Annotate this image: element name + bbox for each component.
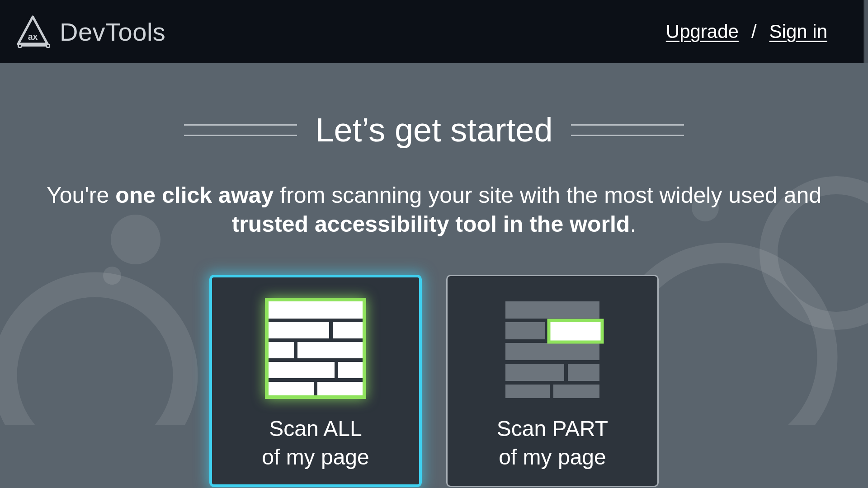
subtitle-text-end: . [630,211,636,237]
title-rule-right [571,124,684,136]
main-content: Let’s get started You're one click away … [0,63,868,488]
scan-all-line2: of my page [262,445,369,469]
nav-separator: / [751,21,757,42]
brand-logo: ax DevTools [16,14,165,50]
scan-part-label: Scan PART of my page [497,415,608,471]
scan-all-card[interactable]: Scan ALL of my page [209,275,422,487]
svg-rect-21 [505,343,599,360]
page-grid-partial-icon [501,295,604,401]
subtitle-text-mid: from scanning your site with the most wi… [274,183,821,208]
page-title: Let’s get started [315,111,552,149]
scan-part-line1: Scan PART [497,417,608,441]
svg-point-2 [47,44,50,47]
subtitle-bold1: one click away [115,183,274,208]
brand-name: DevTools [60,17,165,47]
page-subtitle: You're one click away from scanning your… [0,181,868,239]
app-header: ax DevTools Upgrade / Sign in [0,0,868,63]
scan-all-label: Scan ALL of my page [262,415,369,471]
scan-part-line2: of my page [499,445,606,469]
svg-rect-20 [505,322,545,339]
page-title-row: Let’s get started [0,111,868,149]
upgrade-link[interactable]: Upgrade [666,21,739,42]
svg-point-1 [18,44,22,47]
header-nav: Upgrade / Sign in [666,21,827,42]
svg-rect-25 [553,385,599,398]
scan-all-line1: Scan ALL [269,417,362,441]
subtitle-text: You're [47,183,115,208]
svg-rect-23 [568,364,599,381]
signin-link[interactable]: Sign in [769,21,827,42]
page-grid-full-icon [264,295,367,401]
scrollbar-track[interactable] [863,0,868,63]
svg-rect-19 [505,301,599,319]
svg-rect-22 [505,364,564,381]
svg-text:ax: ax [28,32,38,42]
svg-rect-24 [505,385,550,398]
title-rule-left [184,124,297,136]
subtitle-bold2: trusted accessibility tool in the world [232,211,630,237]
svg-rect-26 [549,320,602,342]
scan-option-cards: Scan ALL of my page [0,275,868,487]
axe-triangle-icon: ax [16,14,50,50]
scan-part-card[interactable]: Scan PART of my page [446,275,659,487]
